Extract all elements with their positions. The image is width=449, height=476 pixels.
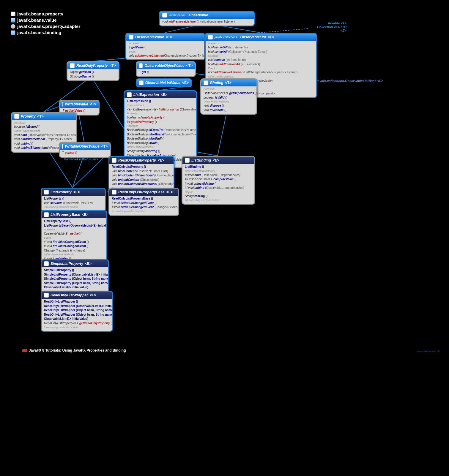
tutorial-link-text: JavaFX 8 Tutorials: Using JavaFX Propert… bbox=[29, 348, 126, 352]
class-icon bbox=[112, 190, 116, 194]
class-icon bbox=[44, 261, 49, 266]
legend-label: javafx.beans.value bbox=[17, 18, 57, 23]
class-header: ObservableListValue <E> bbox=[137, 79, 191, 86]
legend-label: javafx.beans.binding bbox=[17, 30, 61, 35]
class-header: Binding <T> bbox=[201, 79, 256, 86]
class-box-binding[interactable]: Binding <T> AccessorObservableList<?> ge… bbox=[200, 78, 257, 115]
class-box-readOnlyListWrapper[interactable]: ReadOnlyListWrapper <E> ReadOnlyListWrap… bbox=[41, 291, 113, 332]
tutorial-link[interactable]: JavaFX 8 Tutorials: Using JavaFX Propert… bbox=[22, 348, 126, 352]
class-icon bbox=[129, 35, 133, 39]
class-icon bbox=[162, 13, 167, 18]
class-box-readOnlyListProperty[interactable]: ReadOnlyListProperty <E> ReadOnlyListPro… bbox=[108, 156, 174, 193]
class-body: void add/removeListener(InvalidationList… bbox=[160, 19, 254, 26]
class-header: ReadOnlyListWrapper <E> bbox=[42, 292, 112, 299]
class-box-simpleListProperty[interactable]: SimpleListProperty <E> SimpleListPropert… bbox=[41, 259, 109, 296]
oracle-icon bbox=[22, 349, 27, 352]
class-icon bbox=[139, 80, 144, 85]
class-body: T get () bbox=[137, 69, 195, 76]
class-body: AccessorT getValue ()Eventvoid add/remov… bbox=[126, 41, 204, 59]
class-box-writableObjectValue[interactable]: WritableObjectValue <T> T get/set () bbox=[59, 142, 111, 158]
class-box-listBinding[interactable]: ListBinding <E> ListBinding ()Other Prot… bbox=[182, 156, 255, 205]
adapter-package-icon bbox=[11, 24, 15, 29]
class-header: WritableObjectValue <T> bbox=[60, 143, 110, 150]
legend-item: javafx.beans.value bbox=[11, 17, 80, 23]
class-icon bbox=[44, 190, 49, 194]
credit-text: www.falkhausen.de bbox=[417, 350, 440, 353]
class-box-observableListValue[interactable]: ObservableListValue <E> bbox=[136, 78, 192, 87]
class-icon bbox=[139, 63, 143, 68]
class-box-observableObjectValue[interactable]: ObservableObjectValue <T> T get () bbox=[136, 61, 196, 77]
class-box-observableValue[interactable]: ObservableValue <T> AccessorT getValue (… bbox=[125, 33, 205, 60]
legend-item: javafx.beans.property.adapter bbox=[11, 23, 80, 29]
class-icon bbox=[208, 35, 213, 39]
class-icon bbox=[14, 114, 19, 119]
binding-package-icon bbox=[11, 30, 15, 35]
class-header: Property <T> bbox=[12, 113, 76, 120]
class-icon bbox=[62, 102, 63, 107]
class-body: ReadOnlyListWrapper ()ReadOnlyListWrappe… bbox=[42, 299, 112, 331]
class-box-listPropertyBase[interactable]: ListPropertyBase <E> ListPropertyBase ()… bbox=[41, 210, 107, 267]
class-icon bbox=[70, 63, 75, 68]
legend-item: javafx.beans.property bbox=[11, 11, 80, 17]
class-header: WritableValue <T> bbox=[60, 101, 99, 108]
class-icon bbox=[112, 158, 116, 163]
external-types-iterable: Iterable <T> Collection <E> List <E> bbox=[314, 21, 346, 33]
class-icon bbox=[185, 158, 190, 163]
class-header: javafx.collections.ObservableList <E> bbox=[206, 34, 316, 41]
class-icon bbox=[204, 80, 208, 85]
class-header: ListPropertyBase <E> bbox=[42, 211, 106, 218]
class-box-readOnlyProperty[interactable]: ReadOnlyProperty <T> Object getBean ()St… bbox=[67, 61, 119, 81]
class-header: ReadOnlyListPropertyBase <E> bbox=[109, 189, 178, 196]
legend-item: javafx.beans.binding bbox=[11, 29, 80, 36]
class-body: AccessorObservableList<?> getDependencie… bbox=[201, 86, 256, 114]
external-type-observable-list-base: javafx.collections.ObservableListBase <E… bbox=[317, 79, 383, 83]
class-body: T get/set () bbox=[60, 150, 110, 157]
class-box-observable[interactable]: javafx.beans.Observable void add/removeL… bbox=[159, 11, 255, 26]
value-package-icon bbox=[11, 18, 15, 23]
class-header: ListExpression <E> bbox=[125, 91, 196, 98]
class-header: javafx.beans.Observable bbox=[160, 12, 254, 19]
class-icon bbox=[44, 293, 49, 298]
class-body: ReadOnlyListPropertyBase ()# void fireVa… bbox=[109, 196, 178, 215]
class-icon bbox=[127, 92, 132, 97]
class-header: ListProperty <E> bbox=[42, 189, 105, 196]
legend-label: javafx.beans.property bbox=[17, 11, 63, 16]
legend-label: javafx.beans.property.adapter bbox=[17, 24, 80, 29]
class-body: ListBinding ()Other Protected Methods#f … bbox=[182, 164, 254, 204]
class-header: ReadOnlyProperty <T> bbox=[67, 62, 119, 69]
legend: javafx.beans.property javafx.beans.value… bbox=[11, 11, 80, 36]
class-box-readOnlyListPropertyBase[interactable]: ReadOnlyListPropertyBase <E> ReadOnlyLis… bbox=[108, 188, 179, 216]
class-header: ReadOnlyListProperty <E> bbox=[109, 157, 174, 164]
class-body: ListProperty ()void setValue (Observable… bbox=[42, 196, 105, 211]
class-icon bbox=[44, 212, 49, 217]
class-body: Object getBean ()String getName () bbox=[67, 69, 119, 80]
class-header: ListBinding <E> bbox=[182, 157, 254, 164]
class-header: ObservableObjectValue <T> bbox=[137, 62, 195, 69]
class-header: ObservableValue <T> bbox=[126, 34, 204, 41]
class-box-listProperty[interactable]: ListProperty <E> ListProperty ()void set… bbox=[41, 188, 106, 211]
external-type-writable-list-value: WritableListValue <E> bbox=[64, 157, 98, 161]
class-header: SimpleListProperty <E> bbox=[42, 260, 108, 267]
property-package-icon bbox=[11, 12, 15, 16]
class-icon bbox=[62, 144, 63, 149]
